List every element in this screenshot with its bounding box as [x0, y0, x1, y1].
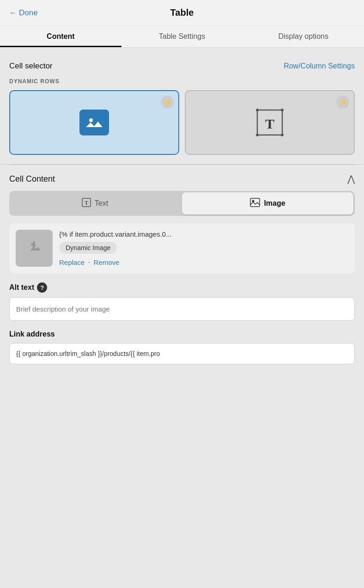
dot-separator: • [88, 260, 90, 265]
content-type-toggle: T Text Image [9, 191, 355, 216]
dynamic-cell-text[interactable]: ⚡ T [185, 90, 355, 155]
header: ← Done Table [0, 0, 364, 26]
replace-button[interactable]: Replace [59, 258, 85, 266]
alt-text-help-icon[interactable]: ? [37, 282, 47, 293]
image-actions: Replace • Remove [59, 258, 348, 266]
dynamic-image-badge: Dynamic Image [59, 242, 117, 254]
lightning-badge-text: ⚡ [336, 96, 349, 109]
svg-point-6 [281, 134, 284, 136]
alt-text-input[interactable] [9, 297, 355, 321]
lightning-icon-image: ⚡ [164, 98, 171, 106]
text-cell-icon: T [254, 106, 286, 139]
svg-point-3 [256, 109, 259, 111]
text-toggle-icon: T [82, 198, 91, 209]
tab-content[interactable]: Content [0, 26, 121, 47]
svg-point-5 [256, 134, 259, 136]
image-cell-icon [79, 110, 109, 135]
svg-text:T: T [265, 116, 274, 131]
toggle-image-button[interactable]: Image [182, 192, 353, 214]
image-card: {% if item.product.variant.images.0... D… [9, 223, 355, 273]
svg-rect-10 [250, 198, 260, 207]
dynamic-cell-image[interactable]: ⚡ [9, 90, 179, 155]
cell-selector-label: Cell selector [9, 61, 53, 71]
image-info: {% if item.product.variant.images.0... D… [59, 230, 348, 266]
alt-text-label-row: Alt text ? [9, 282, 355, 293]
svg-rect-0 [85, 114, 103, 131]
alt-text-label-text: Alt text [9, 283, 34, 292]
image-toggle-icon [250, 198, 260, 209]
remove-button[interactable]: Remove [94, 258, 120, 266]
dynamic-rows-grid: ⚡ ⚡ [9, 90, 355, 155]
cell-selector-section: Cell selector Row/Column Settings DYNAMI… [0, 48, 364, 155]
link-address-input[interactable] [9, 343, 355, 364]
svg-point-13 [31, 243, 34, 246]
done-button[interactable]: ← Done [9, 8, 38, 18]
toggle-text-button[interactable]: T Text [9, 191, 181, 216]
cell-selector-row: Cell selector Row/Column Settings [9, 57, 355, 78]
done-label: Done [19, 8, 38, 18]
text-toggle-label: Text [95, 199, 108, 208]
cell-content-header: Cell Content ⋀ [9, 165, 355, 191]
cell-content-section: Cell Content ⋀ T Text Image [0, 165, 364, 273]
svg-point-1 [89, 118, 93, 122]
image-thumbnail [16, 230, 53, 267]
lightning-badge-image: ⚡ [161, 96, 174, 109]
tab-bar: Content Table Settings Display options [0, 26, 364, 48]
cell-content-title: Cell Content [9, 174, 55, 184]
tab-display-options[interactable]: Display options [243, 26, 364, 47]
arrow-left-icon: ← [9, 8, 17, 18]
dynamic-rows-label: DYNAMIC ROWS [9, 78, 355, 85]
tab-table-settings[interactable]: Table Settings [121, 26, 243, 47]
svg-point-4 [281, 109, 284, 111]
image-toggle-label: Image [264, 199, 285, 208]
image-thumb-icon [26, 239, 42, 258]
row-column-settings-link[interactable]: Row/Column Settings [284, 62, 355, 70]
svg-text:T: T [85, 200, 88, 206]
image-template-text: {% if item.product.variant.images.0... [59, 230, 348, 238]
link-address-label: Link address [9, 330, 355, 338]
alt-text-section: Alt text ? [0, 282, 364, 330]
cell-content-collapse-button[interactable]: ⋀ [347, 173, 355, 184]
page-title: Table [170, 7, 194, 18]
link-section: Link address [0, 330, 364, 374]
lightning-icon-text: ⚡ [339, 98, 347, 106]
